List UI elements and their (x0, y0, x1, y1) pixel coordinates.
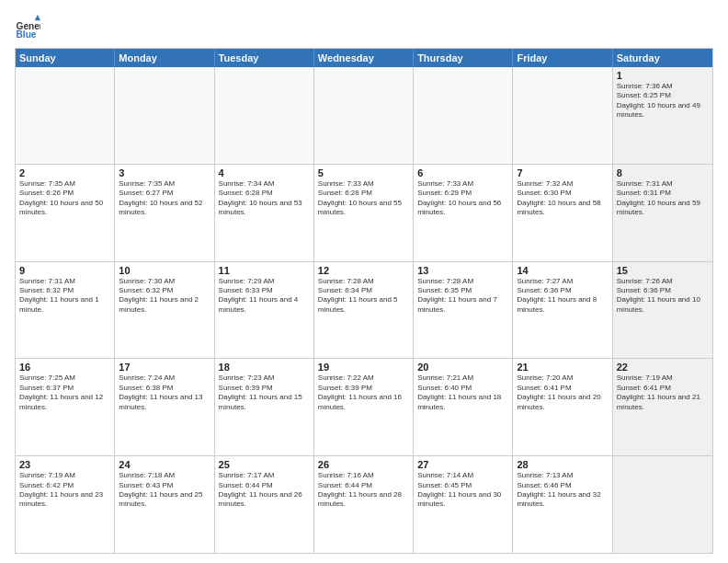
day-cell-21: 21Sunrise: 7:20 AM Sunset: 6:41 PM Dayli… (513, 359, 612, 455)
svg-marker-2 (35, 15, 40, 20)
day-info: Sunrise: 7:19 AM Sunset: 6:42 PM Dayligh… (19, 471, 110, 510)
day-info: Sunrise: 7:31 AM Sunset: 6:31 PM Dayligh… (617, 179, 709, 218)
calendar-header: SundayMondayTuesdayWednesdayThursdayFrid… (16, 49, 712, 67)
day-number: 11 (219, 265, 310, 276)
day-number: 19 (318, 362, 409, 373)
day-info: Sunrise: 7:20 AM Sunset: 6:41 PM Dayligh… (517, 373, 608, 412)
day-cell-12: 12Sunrise: 7:28 AM Sunset: 6:34 PM Dayli… (314, 262, 414, 359)
day-number: 14 (517, 265, 608, 276)
day-info: Sunrise: 7:35 AM Sunset: 6:27 PM Dayligh… (119, 179, 210, 218)
day-cell-26: 26Sunrise: 7:16 AM Sunset: 6:44 PM Dayli… (314, 456, 414, 553)
day-info: Sunrise: 7:24 AM Sunset: 6:38 PM Dayligh… (119, 373, 210, 412)
day-cell-25: 25Sunrise: 7:17 AM Sunset: 6:44 PM Dayli… (215, 456, 314, 553)
day-cell-7: 7Sunrise: 7:32 AM Sunset: 6:30 PM Daylig… (513, 165, 612, 261)
day-number: 8 (617, 167, 709, 178)
day-info: Sunrise: 7:29 AM Sunset: 6:33 PM Dayligh… (219, 277, 310, 316)
day-number: 5 (318, 167, 409, 178)
weekday-header-wednesday: Wednesday (314, 49, 414, 67)
day-number: 9 (19, 265, 110, 276)
day-cell-24: 24Sunrise: 7:18 AM Sunset: 6:43 PM Dayli… (115, 456, 214, 553)
empty-cell-0-0 (16, 67, 115, 164)
calendar: SundayMondayTuesdayWednesdayThursdayFrid… (15, 48, 713, 554)
day-cell-8: 8Sunrise: 7:31 AM Sunset: 6:31 PM Daylig… (613, 165, 712, 261)
day-cell-9: 9Sunrise: 7:31 AM Sunset: 6:32 PM Daylig… (16, 262, 115, 359)
day-info: Sunrise: 7:28 AM Sunset: 6:34 PM Dayligh… (318, 277, 409, 316)
day-cell-22: 22Sunrise: 7:19 AM Sunset: 6:41 PM Dayli… (613, 359, 712, 455)
day-cell-27: 27Sunrise: 7:14 AM Sunset: 6:45 PM Dayli… (414, 456, 513, 553)
day-info: Sunrise: 7:33 AM Sunset: 6:29 PM Dayligh… (417, 179, 508, 218)
empty-cell-0-2 (215, 67, 314, 164)
page-header: General Blue (15, 15, 713, 40)
svg-text:Blue: Blue (17, 29, 37, 40)
day-cell-15: 15Sunrise: 7:26 AM Sunset: 6:36 PM Dayli… (613, 262, 712, 359)
day-info: Sunrise: 7:18 AM Sunset: 6:43 PM Dayligh… (119, 471, 210, 510)
calendar-row-2: 9Sunrise: 7:31 AM Sunset: 6:32 PM Daylig… (16, 261, 712, 359)
empty-cell-0-5 (513, 67, 612, 164)
day-cell-3: 3Sunrise: 7:35 AM Sunset: 6:27 PM Daylig… (115, 165, 214, 261)
day-info: Sunrise: 7:28 AM Sunset: 6:35 PM Dayligh… (417, 277, 508, 316)
day-cell-17: 17Sunrise: 7:24 AM Sunset: 6:38 PM Dayli… (115, 359, 214, 455)
day-number: 20 (417, 362, 508, 373)
day-info: Sunrise: 7:27 AM Sunset: 6:36 PM Dayligh… (517, 277, 608, 316)
day-cell-16: 16Sunrise: 7:25 AM Sunset: 6:37 PM Dayli… (16, 359, 115, 455)
day-info: Sunrise: 7:22 AM Sunset: 6:39 PM Dayligh… (318, 373, 409, 412)
day-info: Sunrise: 7:33 AM Sunset: 6:28 PM Dayligh… (318, 179, 409, 218)
day-cell-28: 28Sunrise: 7:13 AM Sunset: 6:46 PM Dayli… (513, 456, 612, 553)
day-cell-13: 13Sunrise: 7:28 AM Sunset: 6:35 PM Dayli… (414, 262, 513, 359)
day-cell-18: 18Sunrise: 7:23 AM Sunset: 6:39 PM Dayli… (215, 359, 314, 455)
day-number: 24 (119, 459, 210, 470)
calendar-row-4: 23Sunrise: 7:19 AM Sunset: 6:42 PM Dayli… (16, 455, 712, 553)
day-cell-19: 19Sunrise: 7:22 AM Sunset: 6:39 PM Dayli… (314, 359, 414, 455)
day-cell-10: 10Sunrise: 7:30 AM Sunset: 6:32 PM Dayli… (115, 262, 214, 359)
calendar-row-3: 16Sunrise: 7:25 AM Sunset: 6:37 PM Dayli… (16, 358, 712, 455)
day-number: 16 (19, 362, 110, 373)
day-info: Sunrise: 7:23 AM Sunset: 6:39 PM Dayligh… (219, 373, 310, 412)
day-cell-20: 20Sunrise: 7:21 AM Sunset: 6:40 PM Dayli… (414, 359, 513, 455)
day-info: Sunrise: 7:35 AM Sunset: 6:26 PM Dayligh… (19, 179, 110, 218)
calendar-row-1: 2Sunrise: 7:35 AM Sunset: 6:26 PM Daylig… (16, 164, 712, 261)
day-info: Sunrise: 7:30 AM Sunset: 6:32 PM Dayligh… (119, 277, 210, 316)
calendar-body: 1Sunrise: 7:36 AM Sunset: 6:25 PM Daylig… (16, 67, 712, 553)
day-cell-4: 4Sunrise: 7:34 AM Sunset: 6:28 PM Daylig… (215, 165, 314, 261)
day-number: 15 (617, 265, 709, 276)
day-number: 26 (318, 459, 409, 470)
day-cell-5: 5Sunrise: 7:33 AM Sunset: 6:28 PM Daylig… (314, 165, 414, 261)
day-cell-14: 14Sunrise: 7:27 AM Sunset: 6:36 PM Dayli… (513, 262, 612, 359)
day-info: Sunrise: 7:32 AM Sunset: 6:30 PM Dayligh… (517, 179, 608, 218)
day-info: Sunrise: 7:17 AM Sunset: 6:44 PM Dayligh… (219, 471, 310, 510)
empty-cell-0-1 (115, 67, 214, 164)
day-cell-1: 1Sunrise: 7:36 AM Sunset: 6:25 PM Daylig… (613, 67, 712, 164)
weekday-header-monday: Monday (115, 49, 214, 67)
day-info: Sunrise: 7:13 AM Sunset: 6:46 PM Dayligh… (517, 471, 608, 510)
day-number: 22 (617, 362, 709, 373)
calendar-row-0: 1Sunrise: 7:36 AM Sunset: 6:25 PM Daylig… (16, 67, 712, 164)
day-info: Sunrise: 7:21 AM Sunset: 6:40 PM Dayligh… (417, 373, 508, 412)
day-info: Sunrise: 7:19 AM Sunset: 6:41 PM Dayligh… (617, 373, 709, 412)
empty-cell-0-3 (314, 67, 414, 164)
weekday-header-tuesday: Tuesday (215, 49, 314, 67)
day-number: 6 (417, 167, 508, 178)
day-cell-2: 2Sunrise: 7:35 AM Sunset: 6:26 PM Daylig… (16, 165, 115, 261)
day-number: 27 (417, 459, 508, 470)
day-number: 12 (318, 265, 409, 276)
day-number: 21 (517, 362, 608, 373)
day-number: 3 (119, 167, 210, 178)
weekday-header-saturday: Saturday (613, 49, 712, 67)
day-number: 13 (417, 265, 508, 276)
day-number: 10 (119, 265, 210, 276)
day-number: 4 (219, 167, 310, 178)
empty-cell-0-4 (414, 67, 513, 164)
day-cell-23: 23Sunrise: 7:19 AM Sunset: 6:42 PM Dayli… (16, 456, 115, 553)
day-number: 18 (219, 362, 310, 373)
day-info: Sunrise: 7:31 AM Sunset: 6:32 PM Dayligh… (19, 277, 110, 316)
day-number: 7 (517, 167, 608, 178)
empty-cell-4-6 (613, 456, 712, 553)
day-cell-6: 6Sunrise: 7:33 AM Sunset: 6:29 PM Daylig… (414, 165, 513, 261)
day-info: Sunrise: 7:25 AM Sunset: 6:37 PM Dayligh… (19, 373, 110, 412)
day-info: Sunrise: 7:26 AM Sunset: 6:36 PM Dayligh… (617, 277, 709, 316)
day-number: 17 (119, 362, 210, 373)
day-info: Sunrise: 7:16 AM Sunset: 6:44 PM Dayligh… (318, 471, 409, 510)
logo: General Blue (15, 15, 40, 40)
day-number: 2 (19, 167, 110, 178)
day-info: Sunrise: 7:36 AM Sunset: 6:25 PM Dayligh… (617, 82, 709, 121)
